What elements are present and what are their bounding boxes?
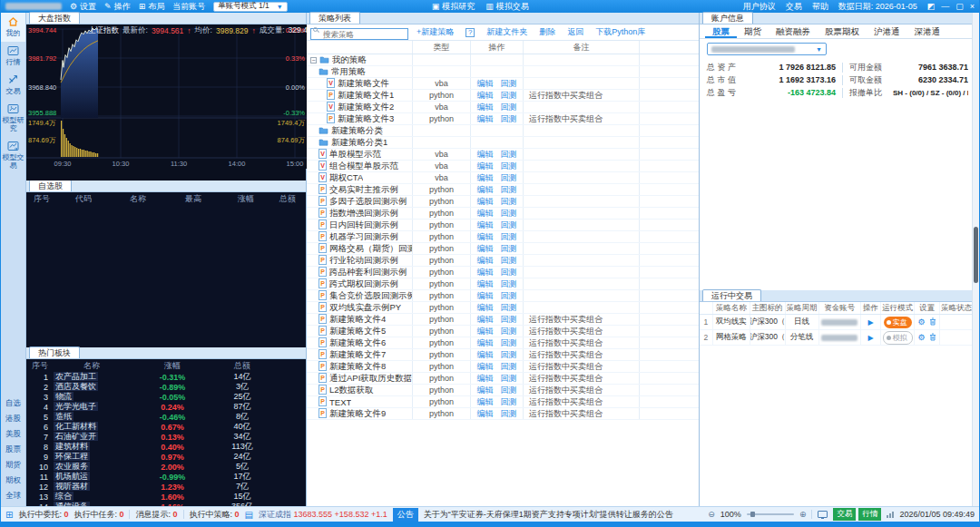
- running-col-3[interactable]: 策略周期: [786, 302, 819, 314]
- tab-watchlist[interactable]: 自选股: [29, 180, 72, 191]
- edit-link[interactable]: 编辑: [477, 302, 494, 314]
- edit-link[interactable]: 编辑: [477, 149, 494, 161]
- backtest-link[interactable]: 回测: [501, 113, 517, 125]
- strategy-row[interactable]: P指数增强回测示例python编辑回测: [307, 208, 699, 220]
- run-play-button[interactable]: ▶: [861, 330, 881, 345]
- backtest-link[interactable]: 回测: [501, 314, 517, 326]
- run-mode-toggle[interactable]: 模拟: [881, 330, 915, 345]
- edit-link[interactable]: 编辑: [477, 278, 494, 290]
- backtest-link[interactable]: 回测: [501, 90, 517, 102]
- strategy-row[interactable]: P跨品种套利回测示例python编辑回测: [307, 267, 699, 278]
- backtest-link[interactable]: 回测: [501, 267, 517, 278]
- running-row[interactable]: 1双均线实沪深300（日线▶实盘⚙: [700, 315, 974, 330]
- watchlist-col-4[interactable]: 涨幅: [220, 193, 271, 205]
- index-quote[interactable]: 深证成指 13683.555 +158.532 +1.1: [259, 509, 387, 521]
- strategy-row[interactable]: P日内回转回测示例python编辑回测: [307, 220, 699, 231]
- backtest-link[interactable]: 回测: [501, 396, 517, 408]
- close-button[interactable]: ×: [970, 2, 975, 11]
- edit-link[interactable]: 编辑: [477, 161, 494, 172]
- edit-link[interactable]: 编辑: [477, 184, 494, 196]
- strategy-row[interactable]: P新建策略文件1python编辑回测运行指数中买卖组合: [307, 90, 699, 102]
- backtest-link[interactable]: 回测: [501, 278, 517, 290]
- edit-link[interactable]: 编辑: [477, 337, 494, 349]
- strategy-row[interactable]: PTEXTpython编辑回测运行指数中买卖组合: [307, 396, 699, 408]
- gear-icon[interactable]: ⚙: [918, 333, 926, 342]
- sectors-col-2[interactable]: 涨幅: [135, 360, 210, 372]
- scrollbar-thumb[interactable]: [974, 227, 978, 283]
- subtab-期货[interactable]: 期货: [737, 24, 769, 38]
- subtab-深港通[interactable]: 深港通: [907, 24, 948, 38]
- edit-link[interactable]: 编辑: [477, 78, 494, 90]
- running-col-4[interactable]: 资金账号: [819, 302, 861, 314]
- running-row[interactable]: 2网格策略沪深300（分笔线▶模拟⚙: [700, 330, 974, 346]
- edit-link[interactable]: 编辑: [477, 314, 494, 326]
- delete-button[interactable]: 删除: [539, 26, 555, 38]
- tab-strategy-list[interactable]: 策略列表: [309, 12, 360, 24]
- strategy-row[interactable]: P新建策略文件6python编辑回测运行指数中买卖组合: [307, 337, 699, 349]
- edit-link[interactable]: 编辑: [477, 267, 494, 278]
- titlebar-trade[interactable]: ▥模拟交易: [485, 1, 529, 13]
- edit-link[interactable]: 编辑: [477, 326, 494, 337]
- skin-button[interactable]: ◩: [927, 2, 936, 11]
- watchlist-col-2[interactable]: 名称: [110, 193, 166, 205]
- strategy-row[interactable]: 常用策略: [307, 66, 699, 78]
- edit-link[interactable]: 编辑: [477, 172, 494, 184]
- strategy-row[interactable]: −我的策略: [307, 54, 699, 66]
- edit-link[interactable]: 编辑: [477, 90, 494, 102]
- edit-link[interactable]: 编辑: [477, 196, 494, 208]
- edit-link[interactable]: 编辑: [477, 255, 494, 267]
- edit-link[interactable]: 编辑: [477, 220, 494, 231]
- strategy-row[interactable]: P通过API获取历史数据python编辑回测运行指数中买卖组合: [307, 373, 699, 385]
- watchlist-col-3[interactable]: 最高: [166, 193, 220, 205]
- sidebar-item-home[interactable]: 我的: [1, 13, 25, 42]
- backtest-link[interactable]: 回测: [501, 78, 517, 90]
- titlebar-link-1[interactable]: 交易: [786, 1, 802, 13]
- edit-link[interactable]: 编辑: [477, 231, 494, 243]
- download-python-button[interactable]: 下载Python库: [595, 26, 645, 38]
- strategy-row[interactable]: P网格交易（期货）回测示例python编辑回测: [307, 243, 699, 255]
- titlebar-item-1[interactable]: ✎操作: [104, 1, 131, 13]
- minimize-button[interactable]: —: [941, 2, 949, 11]
- sidebar-item-quotes[interactable]: 行情: [1, 42, 25, 71]
- maximize-button[interactable]: ▢: [956, 2, 964, 11]
- backtest-link[interactable]: 回测: [501, 208, 517, 220]
- backtest-link[interactable]: 回测: [501, 255, 517, 267]
- run-mode-toggle[interactable]: 实盘: [881, 315, 915, 329]
- sidebar-market-6[interactable]: 全球: [1, 488, 25, 503]
- sidebar-market-2[interactable]: 美股: [1, 426, 25, 442]
- sectors-col-1[interactable]: 名称: [48, 360, 135, 372]
- sectors-col-0[interactable]: 序号: [26, 360, 48, 372]
- strategy-row[interactable]: P集合竞价选股回测示例python编辑回测: [307, 290, 699, 302]
- sidebar-market-1[interactable]: 港股: [1, 411, 25, 426]
- subtab-沪港通[interactable]: 沪港通: [867, 24, 907, 38]
- sidebar-item-model-trade[interactable]: 模型交易: [1, 137, 25, 174]
- collapse-icon[interactable]: −: [310, 57, 317, 63]
- backtest-link[interactable]: 回测: [501, 231, 517, 243]
- edit-link[interactable]: 编辑: [477, 102, 494, 113]
- backtest-link[interactable]: 回测: [501, 349, 517, 361]
- strategy-row[interactable]: V新建策略文件vba编辑回测: [307, 78, 699, 90]
- sectors-col-3[interactable]: 总额: [210, 360, 275, 372]
- backtest-link[interactable]: 回测: [501, 184, 517, 196]
- edit-link[interactable]: 编辑: [477, 408, 494, 420]
- announcement-text[interactable]: 关于为“平安证券-天府保理1期资产支持专项计划”提供转让服务的公告: [424, 509, 703, 521]
- monitor-icon[interactable]: [818, 511, 828, 518]
- sidebar-item-trade[interactable]: 交易: [1, 71, 25, 100]
- strategy-row[interactable]: V期权CTAvba编辑回测: [307, 172, 699, 184]
- titlebar-link-0[interactable]: 用户协议: [743, 1, 776, 13]
- announce-badge[interactable]: 公告: [393, 508, 418, 522]
- strategy-row[interactable]: P新建策略文件7python编辑回测运行指数中买卖组合: [307, 349, 699, 361]
- running-col-1[interactable]: 策略名称: [713, 302, 750, 314]
- backtest-link[interactable]: 回测: [501, 196, 517, 208]
- zoom-slider[interactable]: [747, 513, 794, 515]
- subtab-股票期权[interactable]: 股票期权: [818, 24, 867, 38]
- vertical-scrollbar[interactable]: [972, 13, 979, 506]
- tab-account-info[interactable]: 账户信息: [702, 12, 753, 24]
- gear-icon[interactable]: ⚙: [918, 317, 926, 327]
- strategy-row[interactable]: V新建策略文件2vba编辑回测: [307, 102, 699, 113]
- backtest-link[interactable]: 回测: [501, 161, 517, 172]
- backtest-link[interactable]: 回测: [501, 220, 517, 231]
- watchlist-col-5[interactable]: 总额: [271, 193, 304, 205]
- titlebar-research[interactable]: ▣模拟研究: [432, 1, 475, 13]
- edit-link[interactable]: 编辑: [477, 243, 494, 255]
